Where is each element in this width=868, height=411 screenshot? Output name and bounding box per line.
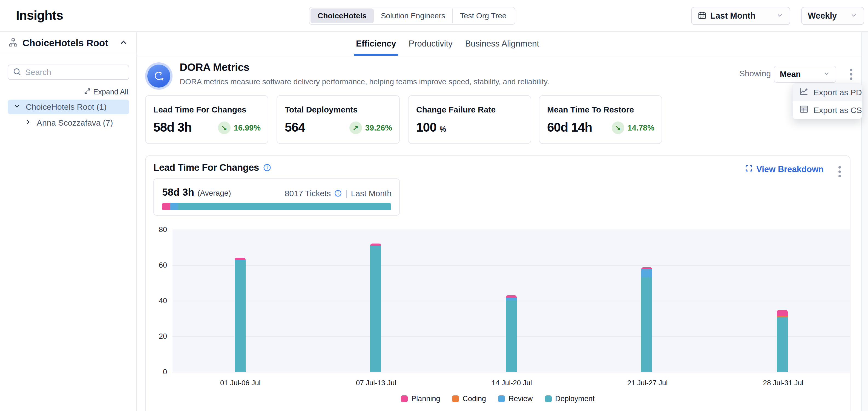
x-tick-label: 21 Jul-27 Jul (612, 379, 683, 387)
average-summary-card: 58d 3h (Average) 8017 Tickets | Last Mon… (153, 178, 400, 216)
metric-card-mean-time-to-restore: Mean Time To Restore 60d 14h ↘ 14.78% (539, 95, 662, 144)
top-bar: Insights ChoiceHotels Solution Engineers… (0, 0, 868, 32)
y-tick-label: 0 (146, 368, 167, 376)
iteration-cycle-icon (153, 70, 165, 82)
period-label: Last Month (351, 189, 392, 198)
chevron-down-icon (776, 11, 784, 20)
metric-value: 100 % (416, 120, 446, 135)
expand-diagonal-icon (84, 88, 91, 97)
dora-title: DORA Metrics (180, 61, 249, 73)
org-tab-choicehotels[interactable]: ChoiceHotels (311, 8, 374, 23)
view-breakdown-label: View Breakdown (756, 165, 824, 174)
expand-all-label: Expand All (93, 88, 128, 96)
segment-planning (777, 310, 788, 316)
calendar-icon (698, 11, 707, 21)
sidebar-search[interactable] (8, 65, 129, 80)
metric-value: 60d 14h (547, 120, 592, 135)
tree-item-label: Anna Scozzafava (7) (37, 118, 113, 128)
legend-label: Review (508, 395, 533, 403)
segment-deployment (641, 277, 652, 372)
segment-review (641, 269, 652, 277)
menu-item-export-pdf[interactable]: Export as PDF (793, 83, 862, 101)
org-tree-sidebar: ChoiceHotels Root Expand All (0, 32, 137, 411)
trend-down-icon: ↘ (218, 122, 230, 134)
phase-progress-bar (162, 203, 391, 210)
export-dropdown-menu: Export as PDF Export as CSV (793, 83, 862, 119)
chevron-right-icon[interactable] (24, 118, 32, 128)
collapse-sidebar-chevron-up-icon[interactable] (119, 38, 128, 48)
y-tick-label: 20 (146, 332, 167, 341)
metric-title: Mean Time To Restore (547, 105, 634, 114)
delta-badge: ↘ 16.99% (218, 122, 261, 134)
org-switcher: ChoiceHotels Solution Engineers Test Org… (309, 7, 515, 25)
expand-corners-icon (745, 164, 753, 175)
section-title: Lead Time For Changes (153, 162, 259, 173)
divider: | (345, 188, 347, 198)
delta-badge: ↗ 39.26% (349, 122, 392, 134)
tab-label: Productivity (408, 39, 452, 49)
tab-business-alignment[interactable]: Business Alignment (465, 32, 539, 55)
tree-item-anna-scozzafava[interactable]: Anna Scozzafava (7) (8, 115, 129, 130)
tab-efficiency[interactable]: Efficiency (356, 32, 396, 55)
bar-07 Jul-13 Jul (370, 243, 381, 372)
stacked-bar-chart (173, 230, 850, 372)
org-tab-solution-engineers[interactable]: Solution Engineers (374, 8, 452, 23)
granularity-select[interactable]: Weekly (801, 7, 864, 25)
legend-label: Planning (411, 395, 440, 403)
delta-value: 16.99% (234, 124, 261, 132)
x-tick-label: 07 Jul-13 Jul (340, 379, 411, 387)
dora-kebab-menu-button[interactable] (845, 66, 857, 83)
bar-28 Jul-31 Jul (777, 310, 788, 372)
legend-item-coding: Coding (452, 395, 486, 403)
insights-dashboard: Insights ChoiceHotels Solution Engineers… (0, 0, 868, 411)
bar-01 Jul-06 Jul (235, 258, 246, 372)
legend-swatch (452, 396, 459, 402)
expand-all-button[interactable]: Expand All (84, 88, 128, 97)
page-title: Insights (16, 8, 63, 23)
tree-item-label: ChoiceHotels Root (1) (26, 102, 106, 112)
bar-14 Jul-20 Jul (506, 295, 517, 372)
legend-item-planning: Planning (401, 395, 440, 403)
tickets-count: 8017 Tickets (285, 189, 331, 198)
metric-card-change-failure-rate: Change Failure Rate 100 % (408, 95, 531, 144)
active-tab-underline (354, 54, 398, 56)
tab-label: Business Alignment (465, 39, 539, 49)
y-tick-label: 80 (146, 226, 167, 234)
segment-deployment (370, 246, 381, 372)
search-icon (12, 67, 21, 77)
delta-value: 39.26% (365, 124, 392, 132)
legend-swatch (498, 396, 505, 402)
info-icon[interactable] (263, 163, 271, 172)
date-range-select[interactable]: Last Month (691, 7, 790, 25)
scrollbar-gutter[interactable] (861, 32, 868, 411)
date-range-value: Last Month (710, 11, 755, 21)
chevron-down-icon (823, 70, 830, 78)
progress-segment-deployment (178, 203, 391, 210)
metric-value: 564 (285, 120, 305, 135)
menu-item-export-csv[interactable]: Export as CSV (793, 101, 862, 119)
search-input[interactable] (25, 68, 116, 77)
x-tick-label: 14 Jul-20 Jul (476, 379, 547, 387)
org-chart-icon (8, 37, 18, 48)
tab-label: Efficiency (356, 39, 396, 49)
tree-item-choicehotels-root[interactable]: ChoiceHotels Root (1) (8, 100, 129, 114)
section-kebab-menu-button[interactable] (834, 163, 845, 180)
tab-productivity[interactable]: Productivity (408, 32, 452, 55)
menu-item-label: Export as CSV (813, 106, 862, 115)
legend-swatch (401, 396, 408, 402)
showing-mean-select[interactable]: Mean (774, 66, 836, 83)
org-tab-test-org-tree[interactable]: Test Org Tree (452, 8, 514, 23)
chevron-down-icon[interactable] (13, 102, 21, 112)
dora-metrics-icon (145, 62, 173, 90)
progress-segment-planning (162, 203, 170, 210)
info-icon[interactable] (334, 190, 342, 197)
showing-mean-value: Mean (780, 69, 823, 79)
sidebar-header: ChoiceHotels Root (0, 32, 136, 54)
view-breakdown-button[interactable]: View Breakdown (745, 164, 824, 175)
segment-planning (235, 258, 246, 260)
chart-legend: PlanningCodingReviewDeployment (146, 395, 850, 403)
showing-label: Showing (739, 69, 771, 78)
x-tick-label: 01 Jul-06 Jul (205, 379, 276, 387)
granularity-value: Weekly (808, 11, 837, 21)
metric-card-total-deployments: Total Deployments 564 ↗ 39.26% (277, 95, 400, 144)
